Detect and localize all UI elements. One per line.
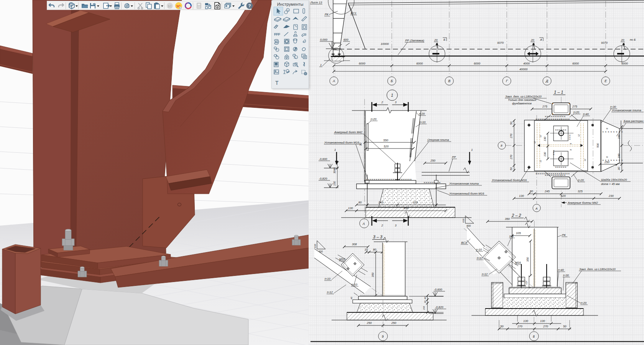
svg-text:350: 350 — [371, 272, 374, 277]
svg-text:308: 308 — [352, 243, 357, 246]
svg-text:t=20: t=20 — [371, 117, 377, 121]
svg-text:t=10: t=10 — [420, 121, 426, 124]
svg-text:Опорная плита: Опорная плита — [427, 138, 449, 142]
svg-text:12: 12 — [584, 159, 586, 161]
svg-text:-0,820: -0,820 — [435, 305, 444, 309]
svg-text:t=12: t=12 — [482, 272, 488, 276]
svg-text:Е: Е — [605, 79, 607, 83]
svg-text:130: 130 — [544, 137, 546, 141]
svg-text:t=10: t=10 — [477, 256, 483, 260]
svg-text:12: 12 — [539, 135, 542, 137]
svg-text:××××××××××××××××××: ×××××××××××××××××× — [536, 117, 570, 121]
svg-text:630: 630 — [314, 244, 316, 248]
svg-text:××××××××××××××××××: ×××××××××××××××××× — [536, 172, 570, 175]
svg-text:A: A — [287, 9, 289, 12]
svg-text:245: 245 — [544, 190, 550, 193]
svg-text:Установочный болт М16: Установочный болт М16 — [324, 141, 360, 144]
svg-text:t=40: t=40 — [583, 112, 589, 116]
svg-text:350: 350 — [526, 257, 529, 262]
svg-text:t=30: t=30 — [610, 105, 616, 109]
svg-text:по Б: по Б — [630, 38, 636, 41]
svg-text:Анкерный болт М42: Анкерный болт М42 — [334, 130, 363, 134]
svg-text:325: 325 — [413, 201, 418, 204]
svg-text:245: 245 — [378, 201, 383, 204]
svg-text:20: 20 — [531, 38, 534, 42]
svg-text:630: 630 — [462, 218, 465, 223]
svg-text:12: 12 — [578, 134, 580, 137]
svg-text:325: 325 — [578, 190, 583, 193]
svg-text:6000: 6000 — [621, 62, 628, 65]
svg-text:275: 275 — [542, 105, 547, 108]
svg-text:190: 190 — [618, 154, 620, 158]
svg-text:620: 620 — [561, 194, 566, 198]
svg-text:А: А — [540, 38, 542, 41]
svg-text:Шайба 150x150x20: Шайба 150x150x20 — [601, 178, 627, 182]
svg-text:dотв = 45 мм: dотв = 45 мм — [601, 182, 620, 186]
svg-text:6000: 6000 — [359, 62, 366, 65]
svg-text:45: 45 — [350, 297, 353, 299]
svg-text:40: 40 — [424, 297, 426, 299]
svg-text:Д: Д — [545, 79, 548, 83]
svg-text:80: 80 — [530, 190, 533, 193]
svg-text:Г: Г — [506, 79, 508, 83]
svg-text:270: 270 — [510, 134, 513, 139]
svg-text:t=12: t=12 — [327, 291, 333, 294]
svg-text:8: 8 — [501, 144, 503, 147]
svg-text:4000: 4000 — [523, 62, 530, 65]
svg-text:В: В — [448, 79, 450, 83]
svg-text:1: 1 — [471, 148, 473, 152]
svg-text:600: 600 — [467, 224, 471, 227]
svg-text:××××××××: ×××××××× — [602, 130, 624, 133]
svg-text:500: 500 — [596, 143, 599, 148]
svg-text:0,000: 0,000 — [320, 38, 328, 41]
svg-text:30: 30 — [424, 300, 426, 303]
svg-text:6000: 6000 — [572, 62, 579, 65]
svg-text:850: 850 — [404, 206, 409, 210]
svg-text:Б: Б — [391, 79, 393, 83]
svg-text:Закл. дет. из L180x110x10: Закл. дет. из L180x110x10 — [579, 267, 616, 271]
svg-text:80: 80 — [358, 201, 362, 204]
svg-text:10000: 10000 — [381, 42, 389, 46]
svg-text:¼: ¼ — [606, 156, 608, 158]
svg-text:1: 1 — [391, 93, 393, 97]
svg-text:t=20: t=20 — [419, 112, 425, 116]
svg-text:250: 250 — [366, 321, 372, 325]
svg-text:T: T — [275, 80, 279, 86]
svg-text:270: 270 — [517, 325, 522, 328]
svg-text:3040: 3040 — [333, 167, 336, 173]
svg-text:250: 250 — [604, 160, 610, 164]
svg-text:150: 150 — [423, 306, 425, 310]
svg-text:t=10: t=10 — [325, 277, 331, 281]
svg-text:РК: РК — [325, 13, 329, 16]
svg-text:1C: 1C — [168, 4, 172, 8]
svg-text:40000: 40000 — [519, 68, 528, 71]
svg-text:10: 10 — [365, 248, 368, 251]
svg-text:130: 130 — [348, 206, 353, 210]
svg-text:550: 550 — [383, 139, 388, 142]
svg-text:9370: 9370 — [497, 41, 504, 45]
svg-text:Б: Б — [444, 38, 445, 41]
svg-text:t=20: t=20 — [578, 178, 584, 182]
svg-text:6000: 6000 — [416, 62, 423, 65]
svg-text:190: 190 — [618, 134, 620, 139]
svg-text:××××××: ×××××× — [555, 165, 567, 169]
svg-text:270: 270 — [510, 155, 513, 160]
svg-text:×××: ××× — [552, 150, 555, 155]
svg-text:20: 20 — [434, 38, 438, 42]
svg-text:t=10: t=10 — [476, 248, 482, 251]
svg-text:130: 130 — [523, 319, 528, 323]
svg-text:М16: М16 — [339, 258, 345, 261]
svg-text:80: 80 — [618, 167, 620, 170]
svg-text:9370: 9370 — [601, 41, 608, 45]
svg-text:×××: ××× — [568, 134, 572, 140]
svg-text:50: 50 — [500, 325, 504, 328]
svg-text:-0,600: -0,600 — [434, 288, 442, 291]
svg-text:130: 130 — [519, 194, 524, 198]
svg-text:520: 520 — [384, 145, 389, 148]
svg-text:¼: ¼ — [606, 127, 608, 130]
svg-text:250: 250 — [430, 159, 435, 162]
svg-text:600: 600 — [343, 38, 348, 41]
svg-text:1: 1 — [334, 148, 336, 152]
svg-text:РК: РК — [562, 233, 566, 237]
svg-text:База распорки св: База распорки св — [624, 119, 644, 123]
